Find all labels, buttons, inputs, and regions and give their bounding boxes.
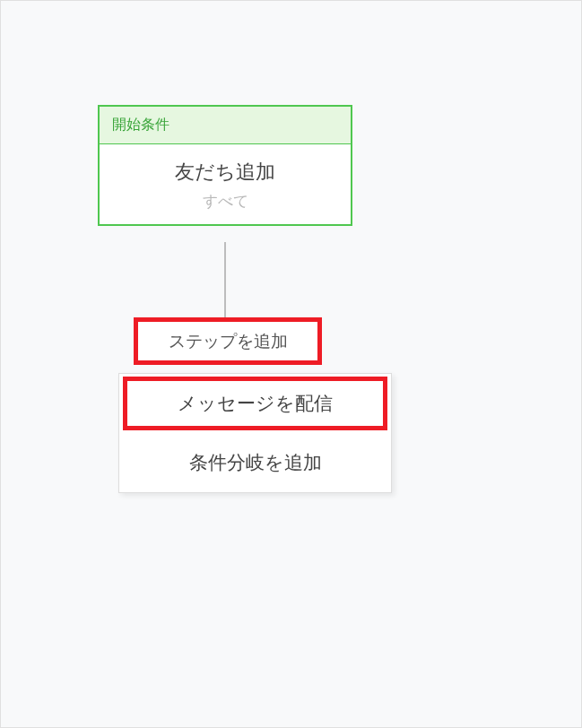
- start-condition-scope: すべて: [109, 191, 342, 212]
- start-condition-title: 友だち追加: [109, 159, 342, 186]
- add-step-button[interactable]: ステップを追加: [134, 317, 322, 365]
- menu-item-label: メッセージを配信: [178, 391, 333, 416]
- add-step-menu: メッセージを配信 条件分岐を追加: [118, 373, 392, 493]
- menu-item-label: 条件分岐を追加: [189, 450, 322, 475]
- start-condition-body: 友だち追加 すべて: [100, 144, 351, 224]
- menu-item-add-branch[interactable]: 条件分岐を追加: [119, 433, 391, 492]
- start-condition-node[interactable]: 開始条件 友だち追加 すべて: [98, 105, 352, 226]
- menu-item-send-message[interactable]: メッセージを配信: [119, 374, 391, 433]
- flow-connector-line: [224, 242, 226, 317]
- start-condition-header: 開始条件: [100, 107, 351, 144]
- flow-canvas: 開始条件 友だち追加 すべて ステップを追加 メッセージを配信 条件分岐を追加: [1, 1, 581, 727]
- add-step-label: ステップを追加: [169, 330, 288, 353]
